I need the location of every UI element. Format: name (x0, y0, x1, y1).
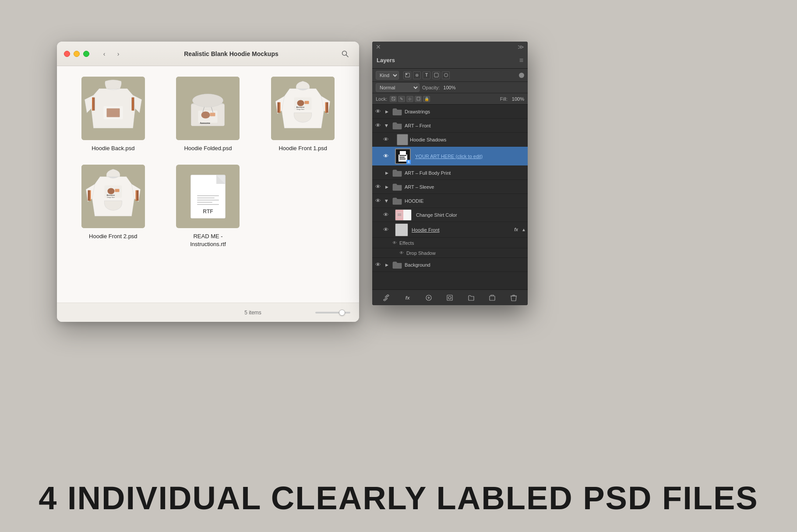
list-item[interactable]: Awesome Hoodie Folded.psd (165, 77, 251, 152)
ps-panel-title: Layers (377, 57, 395, 63)
visibility-eye[interactable]: 👁 (382, 152, 390, 160)
expand-arrow[interactable]: ▶ (384, 170, 390, 176)
ps-new-group-icon[interactable] (466, 293, 476, 303)
ps-fill-value[interactable]: 100% (512, 96, 524, 102)
layer-thumbnail (391, 106, 403, 117)
ps-filter-smart-icon[interactable] (442, 71, 450, 79)
ps-delete-layer-icon[interactable] (509, 293, 518, 303)
visibility-eye[interactable]: 👁 (374, 169, 382, 177)
ps-blend-mode-select[interactable]: Normal (376, 83, 420, 92)
file-thumbnail (81, 77, 145, 140)
ps-lock-transparent-icon[interactable] (390, 96, 397, 102)
list-item[interactable]: Awesome Design Store Hoodie Front 1.psd (260, 77, 346, 152)
ps-link-icon[interactable] (381, 293, 391, 303)
ps-filter-toggle[interactable] (519, 73, 524, 78)
layer-name: Background (405, 262, 526, 268)
file-name: Hoodie Back.psd (92, 144, 134, 152)
file-thumbnail: Awesome Design Store (271, 77, 335, 140)
ps-lock-all-icon[interactable]: 🔒 (423, 96, 430, 102)
svg-point-44 (444, 74, 448, 77)
layer-art-front[interactable]: 👁 ▶ ART – Front (372, 119, 528, 133)
layer-hoodie-shadows[interactable]: 👁 Hoodie Shadows (372, 133, 528, 147)
layer-thumbnail (391, 195, 403, 207)
expand-arrow[interactable]: ▶ (384, 109, 390, 115)
traffic-lights (64, 51, 89, 57)
visibility-eye[interactable]: 👁 (374, 108, 382, 116)
layer-background[interactable]: 👁 ▶ Background (372, 258, 528, 272)
ps-filter-pixel-icon[interactable] (403, 71, 411, 79)
ps-kind-select[interactable]: Kind (376, 71, 399, 80)
expand-arrow[interactable]: ▶ (384, 123, 390, 129)
visibility-eye[interactable]: 👁 (382, 226, 390, 234)
layer-change-shirt-color[interactable]: 👁 Change Shirt (372, 208, 528, 222)
ps-lock-icons: ✎ ⊹ 🔒 (390, 96, 430, 102)
list-item[interactable]: RTF READ ME -Instructions.rtf (165, 165, 251, 248)
ps-lock-artboard-icon[interactable] (415, 96, 422, 102)
ps-titlebar: ✕ ≫ (372, 42, 528, 52)
fx-label: fx (514, 227, 518, 232)
effects-visibility-eye[interactable]: 👁 (391, 240, 398, 246)
layer-name-link[interactable]: YOUR ART HERE (click to edit) (415, 154, 526, 159)
ps-filter-type-icon[interactable]: T (423, 71, 430, 79)
layer-your-art[interactable]: 👁 S YOUR ART HERE (click to edit) (372, 147, 528, 166)
visibility-eye[interactable]: 👁 (374, 122, 382, 130)
expand-arrow[interactable]: ▶ (384, 184, 390, 190)
expand-arrow[interactable]: ▶ (384, 262, 390, 268)
ps-panel-menu-icon[interactable]: ≡ (519, 56, 523, 64)
ps-expand-icon[interactable]: ≫ (518, 43, 524, 50)
collapse-icon[interactable]: ▲ (522, 227, 526, 232)
ps-panel-header: Layers ≡ (372, 52, 528, 69)
file-grid: Hoodie Back.psd (70, 77, 346, 249)
drop-shadow-visibility[interactable]: 👁 (398, 250, 405, 256)
minimize-button[interactable] (74, 51, 80, 57)
layer-art-full-body[interactable]: 👁 ▶ ART – Full Body Print (372, 166, 528, 180)
expand-arrow[interactable]: ▶ (384, 198, 390, 204)
ps-opacity-value[interactable]: 100% (443, 85, 455, 90)
bottom-text-container: 4 Individual Clearly Labled PSD Files (0, 482, 797, 514)
visibility-eye[interactable]: 👁 (374, 261, 382, 269)
layer-thumbnail (391, 181, 403, 193)
ps-close-icon[interactable]: ✕ (376, 44, 381, 49)
close-button[interactable] (64, 51, 70, 57)
finder-footer: 5 items (57, 303, 359, 322)
ps-lock-pixels-icon[interactable]: ✎ (398, 96, 405, 102)
file-name: Hoodie Front 1.psd (279, 144, 327, 152)
layer-name: Hoodie Shadows (410, 137, 526, 142)
visibility-eye[interactable]: 👁 (374, 197, 382, 205)
ps-lock-position-icon[interactable]: ⊹ (406, 96, 413, 102)
svg-rect-20 (280, 102, 281, 113)
ps-opacity-label: Opacity: (422, 85, 440, 90)
svg-point-34 (107, 188, 114, 194)
visibility-eye[interactable]: 👁 (382, 211, 390, 219)
ps-new-layer-icon[interactable] (487, 293, 497, 303)
ps-blend-row: Normal Opacity: 100% (372, 82, 528, 93)
list-item[interactable]: Hoodie Back.psd (70, 77, 156, 152)
forward-button[interactable]: › (112, 48, 124, 60)
ps-fx-bottom-icon[interactable]: fx (403, 293, 413, 303)
svg-rect-43 (434, 73, 438, 77)
visibility-eye[interactable]: 👁 (382, 136, 390, 144)
fullscreen-button[interactable] (83, 51, 89, 57)
svg-rect-19 (278, 102, 280, 113)
zoom-slider[interactable] (315, 312, 350, 314)
layer-hoodie-group[interactable]: 👁 ▶ HOODIE (372, 194, 528, 208)
layer-drawstrings[interactable]: 👁 ▶ Drawstrings (372, 105, 528, 119)
list-item[interactable]: Awesome Design Store Hoodie Front 2.psd (70, 165, 156, 248)
ps-filter-shape-icon[interactable] (432, 71, 440, 79)
visibility-eye[interactable]: 👁 (374, 183, 382, 191)
layer-art-sleeve[interactable]: 👁 ▶ ART – Sleeve (372, 180, 528, 194)
ps-mask-icon[interactable] (445, 293, 455, 303)
layer-thumbnail (395, 223, 408, 236)
back-button[interactable]: ‹ (98, 48, 110, 60)
svg-rect-6 (132, 98, 133, 111)
ps-filter-adjust-icon[interactable]: ⊕ (413, 71, 421, 79)
ps-fill-label: Fill: (500, 96, 508, 102)
file-thumbnail: Awesome Design Store (81, 165, 145, 228)
layer-hoodie-front[interactable]: 👁 Hoodie Front fx ▲ (372, 222, 528, 238)
drop-shadow-effect[interactable]: 👁 Drop Shadow (372, 248, 528, 258)
svg-rect-4 (92, 98, 93, 111)
ps-adjustment-icon[interactable] (424, 293, 434, 303)
ps-lock-row: Lock: ✎ ⊹ 🔒 Fill: 100% (372, 93, 528, 105)
svg-rect-47 (417, 97, 420, 100)
search-button[interactable] (338, 47, 352, 61)
